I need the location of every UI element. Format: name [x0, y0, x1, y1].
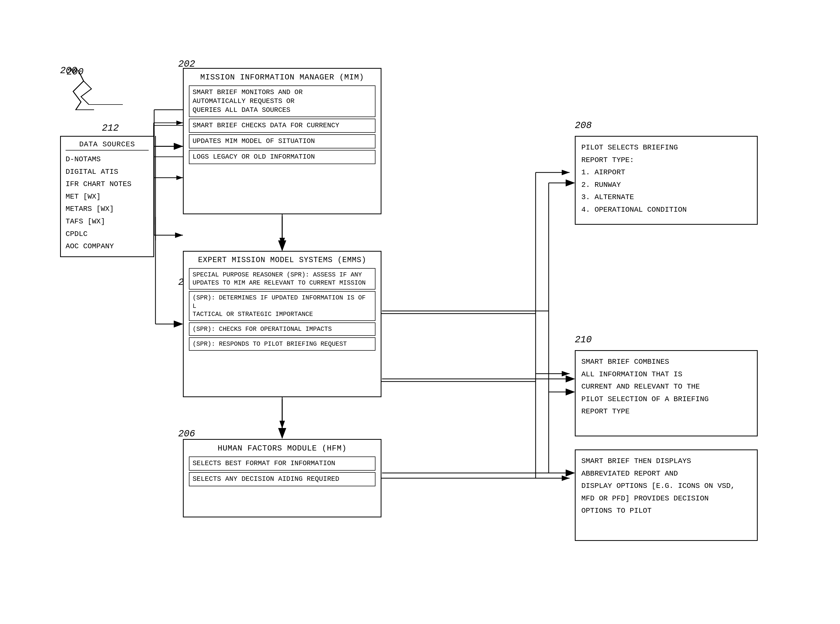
- emms-box: EXPERT MISSION MODEL SYSTEMS (EMMS) SPEC…: [183, 251, 381, 397]
- ref-206: 206: [178, 429, 195, 439]
- smart-brief-text: SMART BRIEF COMBINES ALL INFORMATION THA…: [581, 356, 751, 418]
- emms-item-4: (SPR): RESPONDS TO PILOT BRIEFING REQUES…: [189, 337, 375, 351]
- data-sources-title: DATA SOURCES: [66, 140, 149, 150]
- emms-item-2: (SPR): DETERMINES IF UPDATED INFORMATION…: [189, 291, 375, 321]
- hfm-item-2: SELECTS ANY DECISION AIDING REQUIRED: [189, 472, 375, 486]
- label-200: 200: [66, 66, 83, 77]
- pilot-select-box: PILOT SELECTS BRIEFING REPORT TYPE: 1. A…: [575, 136, 758, 225]
- smart-brief-box: SMART BRIEF COMBINES ALL INFORMATION THA…: [575, 350, 758, 436]
- hfm-item-1: SELECTS BEST FORMAT FOR INFORMATION: [189, 457, 375, 471]
- ref-212: 212: [102, 123, 119, 134]
- ref-210: 210: [575, 334, 592, 345]
- ref-208: 208: [575, 120, 592, 131]
- mim-item-4: LOGS LEGACY OR OLD INFORMATION: [189, 150, 375, 164]
- mim-item-2: SMART BRIEF CHECKS DATA FOR CURRENCY: [189, 119, 375, 133]
- data-sources-list: D-NOTAMS DIGITAL ATIS IFR CHART NOTES ME…: [66, 153, 149, 253]
- pilot-select-text: PILOT SELECTS BRIEFING REPORT TYPE: 1. A…: [581, 141, 751, 216]
- mim-item-3: UPDATES MIM MODEL OF SITUATION: [189, 134, 375, 148]
- emms-title: EXPERT MISSION MODEL SYSTEMS (EMMS): [189, 256, 375, 264]
- mim-box: MISSION INFORMATION MANAGER (MIM) SMART …: [183, 68, 381, 214]
- hfm-box: HUMAN FACTORS MODULE (HFM) SELECTS BEST …: [183, 439, 381, 517]
- mim-item-1: SMART BRIEF MONITORS AND OR AUTOMATICALL…: [189, 85, 375, 117]
- display-options-text: SMART BRIEF THEN DISPLAYS ABBREVIATED RE…: [581, 455, 751, 517]
- emms-item-3: (SPR): CHECKS FOR OPERATIONAL IMPACTS: [189, 323, 375, 336]
- display-options-box: SMART BRIEF THEN DISPLAYS ABBREVIATED RE…: [575, 449, 758, 541]
- emms-item-1: SPECIAL PURPOSE REASONER (SPR): ASSESS I…: [189, 268, 375, 290]
- hfm-title: HUMAN FACTORS MODULE (HFM): [189, 444, 375, 453]
- diagram-container: 200 200 212 DATA SOURCES D-NOTAMS DIGITA…: [0, 0, 840, 624]
- data-sources-box: DATA SOURCES D-NOTAMS DIGITAL ATIS IFR C…: [60, 136, 154, 257]
- mim-title: MISSION INFORMATION MANAGER (MIM): [189, 73, 375, 82]
